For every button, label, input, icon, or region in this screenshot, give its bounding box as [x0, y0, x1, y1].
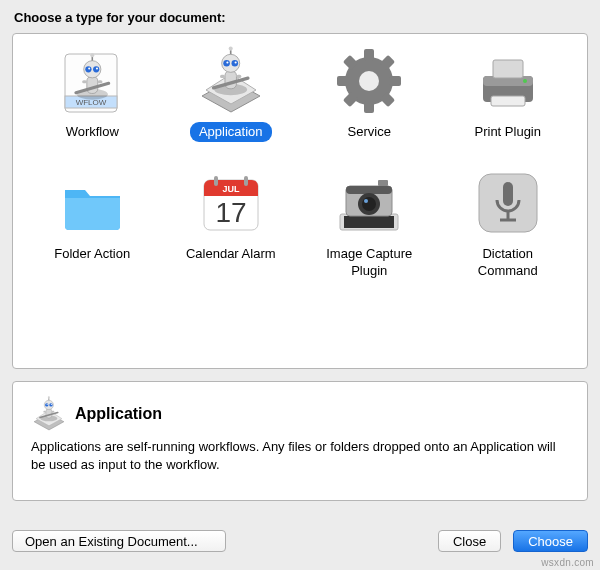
type-label: Application [190, 122, 272, 142]
type-label: Calendar Alarm [177, 244, 285, 264]
type-item-calendar-alarm[interactable]: Calendar Alarm [177, 168, 285, 281]
folder-action-icon [57, 168, 127, 238]
watermark: wsxdn.com [541, 557, 594, 568]
print-plugin-icon [473, 46, 543, 116]
calendar-alarm-icon [196, 168, 266, 238]
type-label: Workflow [57, 122, 128, 142]
dialog-footer: Open an Existing Document... Close Choos… [12, 530, 588, 552]
type-label: Dictation Command [469, 244, 547, 281]
type-label: Image Capture Plugin [317, 244, 421, 281]
type-item-folder-action[interactable]: Folder Action [45, 168, 139, 281]
open-existing-document-button[interactable]: Open an Existing Document... [12, 530, 226, 552]
types-grid: Workflow Application Service Print Plugi… [27, 46, 573, 281]
type-label: Folder Action [45, 244, 139, 264]
choose-button[interactable]: Choose [513, 530, 588, 552]
description-title: Application [75, 405, 162, 423]
image-capture-icon [334, 168, 404, 238]
application-icon [196, 46, 266, 116]
dictation-icon [473, 168, 543, 238]
document-types-panel: Workflow Application Service Print Plugi… [12, 33, 588, 369]
description-header: Application [31, 396, 569, 432]
workflow-icon [57, 46, 127, 116]
type-item-image-capture-plugin[interactable]: Image Capture Plugin [317, 168, 421, 281]
type-item-service[interactable]: Service [334, 46, 404, 142]
service-icon [334, 46, 404, 116]
type-label: Service [339, 122, 400, 142]
description-panel: Application Applications are self-runnin… [12, 381, 588, 501]
application-icon [31, 396, 67, 432]
type-item-workflow[interactable]: Workflow [57, 46, 128, 142]
type-label: Print Plugin [466, 122, 550, 142]
type-item-print-plugin[interactable]: Print Plugin [466, 46, 550, 142]
type-item-dictation-command[interactable]: Dictation Command [469, 168, 547, 281]
description-body: Applications are self-running workflows.… [31, 438, 569, 473]
dialog-heading: Choose a type for your document: [14, 10, 588, 25]
close-button[interactable]: Close [438, 530, 501, 552]
type-item-application[interactable]: Application [190, 46, 272, 142]
